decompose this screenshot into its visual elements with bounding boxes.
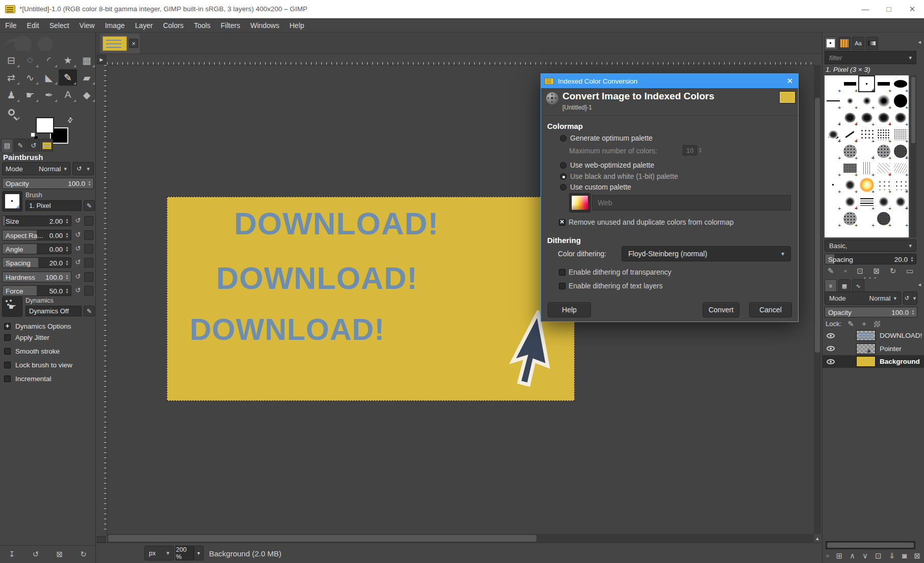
brush-item[interactable] — [825, 92, 841, 109]
brush-item[interactable] — [875, 75, 892, 92]
brush-item[interactable] — [858, 210, 875, 227]
brush-item[interactable] — [858, 126, 875, 143]
maximize-button[interactable]: □ — [877, 0, 901, 18]
mode-reset-button[interactable]: ↺▾ — [72, 162, 94, 175]
lower-layer-icon[interactable]: ∨ — [862, 551, 868, 560]
delete-preset-icon[interactable]: ⊠ — [57, 550, 63, 559]
link-toggle-button[interactable] — [84, 272, 93, 282]
dynamics-options-expander[interactable]: Dynamics Options — [4, 323, 71, 330]
layer-mode-reset-button[interactable]: ↺▾ — [903, 291, 917, 305]
close-image-icon[interactable]: × — [129, 39, 138, 48]
crop-tool-icon[interactable]: ▦ — [78, 52, 96, 68]
dynamics-thumbnail[interactable]: ☛ — [2, 297, 22, 317]
lock-alpha-icon[interactable] — [874, 321, 880, 327]
brush-item[interactable] — [875, 143, 892, 159]
brush-item[interactable] — [825, 126, 841, 143]
duplicate-brush-icon[interactable]: ⊡ — [857, 266, 863, 276]
checkbox-enable-dithering-of-text-layers[interactable]: Enable dithering of text layers — [559, 282, 662, 290]
radio-generate-optimum-palette[interactable]: Generate optimum palette — [560, 134, 653, 142]
tab-paths[interactable]: ∿ — [852, 279, 864, 292]
brush-item[interactable] — [875, 210, 892, 227]
brush-item[interactable] — [841, 193, 858, 210]
vertical-ruler[interactable] — [96, 65, 107, 534]
alignment-tool-icon[interactable]: ⊟ — [2, 52, 20, 68]
tab-channels[interactable]: ▦ — [838, 279, 851, 292]
image-tab[interactable]: × — [100, 34, 140, 53]
brush-item[interactable] — [875, 126, 892, 143]
zoom-level-input[interactable]: 200 % — [175, 546, 194, 560]
brush-item[interactable] — [875, 109, 892, 126]
brush-item[interactable] — [841, 109, 858, 126]
size-slider[interactable]: Size2.00▲▼ — [2, 216, 71, 226]
spin-buttons[interactable]: ▲▼ — [64, 258, 70, 267]
force-slider[interactable]: Force50.0▲▼ — [2, 285, 71, 296]
delete-brush-icon[interactable]: ⊠ — [873, 266, 880, 276]
menu-select[interactable]: Select — [44, 18, 74, 32]
brush-item[interactable] — [892, 143, 909, 159]
opacity-slider[interactable]: Opacity 100.0 ▲▼ — [2, 178, 94, 189]
tab-undo-history[interactable]: ↺ — [28, 139, 40, 152]
max-colors-spin-buttons[interactable]: ▲▼ — [697, 145, 704, 155]
layer-row-download[interactable]: DOWNLOAD! — [823, 329, 924, 342]
color-picker-tool-icon[interactable]: ◆ — [78, 87, 96, 103]
tab-device-status[interactable]: ✎ — [14, 139, 27, 152]
link-toggle-button[interactable] — [84, 244, 93, 254]
brush-item[interactable] — [825, 75, 841, 92]
help-button[interactable]: Help — [548, 302, 591, 317]
spin-buttons[interactable]: ▲▼ — [64, 286, 70, 296]
brush-item[interactable] — [892, 210, 909, 227]
paintbrush-tool-icon[interactable]: ✎ — [59, 69, 77, 86]
new-brush-icon[interactable]: ▫ — [844, 266, 846, 276]
checkbox-smooth-stroke[interactable]: Smooth stroke — [4, 347, 60, 355]
open-brush-as-image-icon[interactable]: ▭ — [906, 266, 913, 276]
brush-item[interactable] — [858, 92, 875, 109]
brush-item[interactable] — [825, 193, 841, 210]
brush-item[interactable] — [841, 143, 858, 159]
custom-palette-button[interactable] — [569, 193, 591, 212]
link-toggle-button[interactable] — [84, 286, 93, 296]
transform-tool-icon[interactable]: ⇄ — [2, 69, 20, 86]
tab-brushes[interactable] — [825, 37, 837, 50]
navigation-preview-button[interactable]: ▲ — [814, 534, 821, 543]
color-dithering-dropdown[interactable]: Floyd-Steinberg (normal) ▾ — [622, 246, 791, 261]
tab-tool-options[interactable]: ▤ — [1, 139, 13, 152]
collapse-dock-icon[interactable]: ◂ — [918, 39, 921, 45]
brush-item[interactable] — [825, 109, 841, 126]
angle-slider[interactable]: Angle0.00▲▼ — [2, 244, 71, 254]
brush-item[interactable] — [841, 159, 858, 176]
layers-scrollbar[interactable] — [826, 541, 915, 549]
menu-colors[interactable]: Colors — [158, 18, 189, 32]
brush-item[interactable] — [892, 193, 909, 210]
brush-set-dropdown[interactable]: Basic, ▾ — [825, 239, 916, 252]
brush-item[interactable] — [892, 126, 909, 143]
save-preset-icon[interactable]: ↧ — [9, 550, 15, 559]
add-mask-icon[interactable]: ◙ — [902, 551, 907, 560]
brush-spacing-slider[interactable]: Spacing 20.0 ▲▼ — [825, 254, 916, 264]
brush-grid-scrollbar[interactable] — [910, 75, 916, 237]
radio-use-web-optimized-palette[interactable]: Use web-optimized palette — [560, 161, 654, 169]
horizontal-ruler[interactable] — [107, 54, 815, 65]
tab-fonts[interactable]: Aa — [852, 37, 864, 50]
canvas-image[interactable]: DOWNLOAD!DOWNLOAD!DOWNLOAD! — [167, 197, 575, 401]
menu-layer[interactable]: Layer — [130, 18, 158, 32]
tab-gradients[interactable] — [866, 37, 878, 50]
spin-buttons[interactable]: ▲▼ — [64, 272, 70, 282]
menu-windows[interactable]: Windows — [245, 18, 285, 32]
radio-use-black-and-white-1-bit-palette[interactable]: Use black and white (1-bit) palette — [560, 172, 678, 180]
checkbox-apply-jitter[interactable]: Apply Jitter — [4, 334, 49, 341]
brush-item[interactable] — [858, 193, 875, 210]
brush-item[interactable] — [858, 159, 875, 176]
edit-brush-icon[interactable]: ✎ — [84, 200, 95, 211]
radio-use-custom-palette[interactable]: Use custom palette — [560, 183, 631, 191]
brush-thumbnail[interactable] — [2, 191, 22, 211]
dialog-close-icon[interactable]: ✕ — [786, 76, 793, 86]
reset-icon[interactable]: ↺ — [74, 217, 82, 225]
zoom-tool-icon[interactable] — [2, 104, 20, 120]
brush-item[interactable] — [858, 176, 875, 193]
brush-item[interactable] — [841, 176, 858, 193]
quick-mask-toggle[interactable] — [97, 536, 106, 543]
brush-item[interactable] — [892, 109, 909, 126]
brush-item[interactable] — [825, 143, 841, 159]
spin-buttons[interactable]: ▲▼ — [64, 244, 70, 254]
brush-item[interactable] — [858, 75, 875, 92]
